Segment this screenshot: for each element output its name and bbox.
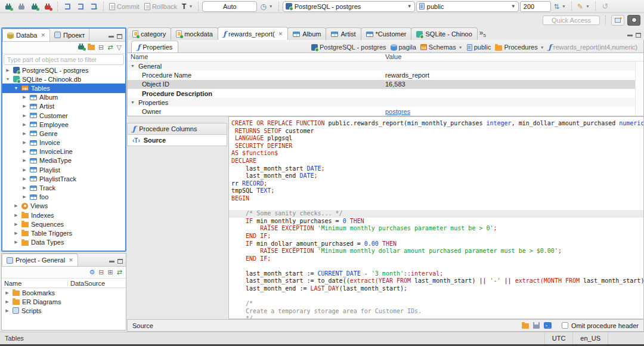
reconnect-button[interactable] [29, 1, 41, 12]
project-item-scripts[interactable]: ▶Scripts [2, 306, 126, 315]
connection-combo[interactable]: PostgreSQL - postgres ▼ [283, 1, 415, 12]
side-tab-procedure-columns[interactable]: ƒProcedure Columns [127, 123, 227, 135]
tree-item-playlist[interactable]: ▶Playlist [2, 165, 125, 174]
tree-item-postgresql-postgres[interactable]: ▶PostgreSQL - postgres [2, 66, 125, 75]
new-folder-icon[interactable] [88, 45, 95, 50]
sql-format-button[interactable]: ✎▼ [575, 1, 592, 12]
owner-link[interactable]: postgres [385, 108, 410, 115]
open-perspective-button[interactable]: ✦ [611, 15, 624, 26]
close-icon[interactable]: ✕ [41, 32, 45, 38]
tab-database-navigator[interactable]: Databa ✕ [2, 29, 50, 41]
save-to-file-icon[interactable] [533, 322, 540, 329]
grid-row-properties[interactable]: ▼Properties [128, 98, 643, 107]
status-timezone[interactable]: UTC [544, 332, 574, 344]
view-menu-icon[interactable]: ▽ [117, 44, 122, 51]
editor-tab-rewards-report-[interactable]: ƒrewards_report(✕ [218, 27, 288, 40]
source-viewer[interactable]: CREATE OR REPLACE FUNCTION public.reward… [228, 116, 644, 319]
sql-script-icon [132, 30, 138, 38]
grid-cell-value: postgres [384, 108, 643, 115]
tree-item-track[interactable]: ▶Track [2, 183, 125, 192]
minimize-icon[interactable] [109, 36, 114, 38]
grid-scrollbar[interactable] [635, 61, 643, 116]
editor-tab-category[interactable]: category [127, 27, 171, 40]
editor-tab-album[interactable]: Album [287, 27, 326, 40]
minimize-icon[interactable] [109, 261, 114, 262]
new-connection-button[interactable] [2, 1, 14, 12]
load-from-file-icon[interactable] [522, 323, 529, 329]
tree-item-foo[interactable]: ▶foo [2, 193, 125, 202]
tree-item-table-triggers[interactable]: ▶Table Triggers [2, 228, 125, 237]
collapse-all-icon[interactable]: ⊟ [98, 44, 104, 51]
tab-projects[interactable]: Проект [50, 29, 89, 41]
editor-tab-sqlite-chinoo[interactable]: SQLite - Chinoo [411, 27, 477, 40]
breadcrumb-item-rewards-report-int4-numeric-[interactable]: ƒrewards_report(int4,numeric) [549, 44, 637, 51]
tree-item-invoice[interactable]: ▶Invoice [2, 138, 125, 147]
navigator-filter-input[interactable]: Type part of object name to filter [4, 54, 124, 65]
editor-tab--customer[interactable]: *Customer [361, 27, 412, 40]
tree-item-tables[interactable]: ▼Tables [2, 84, 125, 92]
tree-item-playlisttrack[interactable]: ▶PlaylistTrack [2, 174, 125, 183]
grid-row-owner[interactable]: Ownerpostgres [128, 107, 643, 116]
grid-row-general[interactable]: ▼General [128, 61, 643, 70]
transaction-mode-button[interactable]: T▼ [180, 1, 194, 12]
breadcrumb-label: rewards_report(int4,numeric) [553, 44, 637, 51]
grid-row-procedure-name[interactable]: Procedure Namerewards_report [128, 70, 643, 79]
quick-access-box[interactable]: Quick Access [543, 16, 600, 25]
tree-item-views[interactable]: ▶Views [2, 202, 125, 211]
commit-mode-combo[interactable]: Auto [202, 1, 257, 12]
tree-item-artist[interactable]: ▶Artist [2, 102, 125, 111]
breadcrumb-item-procedures[interactable]: Procedures▼ [495, 44, 544, 51]
tab-project-general[interactable]: Project - General ✕ [2, 254, 78, 266]
grid-cell-value: rewards_report [384, 72, 643, 79]
new-connection-icon[interactable] [78, 45, 84, 50]
commit-button[interactable]: Commit [107, 1, 141, 12]
side-tab-source[interactable]: ‹T›Source [127, 134, 227, 146]
breadcrumb-item-schemas[interactable]: Schemas▼ [420, 44, 463, 51]
link-editor-icon[interactable]: ⇄ [107, 44, 113, 51]
connect-button[interactable] [16, 1, 27, 12]
open-console-icon[interactable]: >_ [544, 322, 552, 329]
status-locale[interactable]: en_US [573, 332, 608, 344]
expand-all-icon[interactable]: ⊞ [108, 268, 113, 276]
fetch-size-input[interactable]: 200 [520, 1, 551, 12]
sync-structure-button[interactable]: ⇄▼ [552, 1, 568, 12]
tree-item-customer[interactable]: ▶Customer [2, 111, 125, 120]
tree-item-sqlite-chinook-db[interactable]: ▼SQLite - Chinook.db [2, 75, 125, 84]
omit-procedure-header-checkbox[interactable]: Omit procedure header [562, 322, 639, 329]
project-item-bookmarks[interactable]: ▶Bookmarks [2, 288, 126, 297]
tree-item-employee[interactable]: ▶Employee [2, 120, 125, 129]
breadcrumb-item-postgresql-postgres[interactable]: PostgreSQL - postgres [311, 44, 386, 51]
grid-row-procedure-description[interactable]: Procedure Description [128, 89, 643, 98]
undo-button[interactable]: ↺ [599, 1, 611, 12]
collapse-all-icon[interactable]: ⊟ [98, 268, 104, 276]
link-editor-icon[interactable]: ⇄ [117, 268, 122, 276]
breadcrumb-item-public[interactable]: public [467, 44, 491, 51]
breadcrumb-item-pagila[interactable]: pagila [391, 44, 416, 51]
tree-item-invoiceline[interactable]: ▶InvoiceLine [2, 147, 125, 156]
editor-tab-mockdata[interactable]: mockdata [171, 27, 218, 40]
tab-properties[interactable]: ƒ Properties [131, 41, 178, 52]
tree-item-sequences[interactable]: ▶Sequences [2, 220, 125, 228]
grid-row-object-id[interactable]: Object ID16,583 [128, 80, 643, 89]
gear-icon[interactable]: ⚙ [89, 268, 95, 276]
maximize-icon[interactable] [117, 34, 122, 39]
tree-item-indexes[interactable]: ▶Indexes [2, 211, 125, 220]
editor-tab-artist[interactable]: Artist [326, 27, 361, 40]
project-item-er-diagrams[interactable]: ▶ER Diagrams [2, 297, 126, 306]
rollback-button[interactable]: Rollback [143, 1, 179, 12]
new-transaction-button[interactable] [88, 1, 100, 12]
tree-item-mediatype[interactable]: ▶MediaType [2, 156, 125, 165]
tree-item-album[interactable]: ▶Album [2, 93, 125, 102]
code-token: public.rewards_report(min_monthly_purcha… [329, 120, 487, 126]
disconnect-button[interactable] [42, 1, 54, 12]
tree-item-data-types[interactable]: ▶Data Types [2, 238, 125, 247]
history-button[interactable]: ◷▼ [258, 1, 274, 12]
maximize-icon[interactable] [117, 259, 123, 264]
editor-tab-overflow[interactable]: »5 [479, 29, 486, 38]
schema-combo[interactable]: public ▼ [416, 1, 519, 12]
transaction-log-button[interactable] [75, 1, 86, 12]
dbeaver-perspective-button[interactable] [627, 15, 640, 26]
tree-item-genre[interactable]: ▶Genre [2, 129, 125, 138]
close-icon[interactable]: ✕ [69, 257, 73, 263]
begin-transaction-button[interactable] [61, 1, 73, 12]
